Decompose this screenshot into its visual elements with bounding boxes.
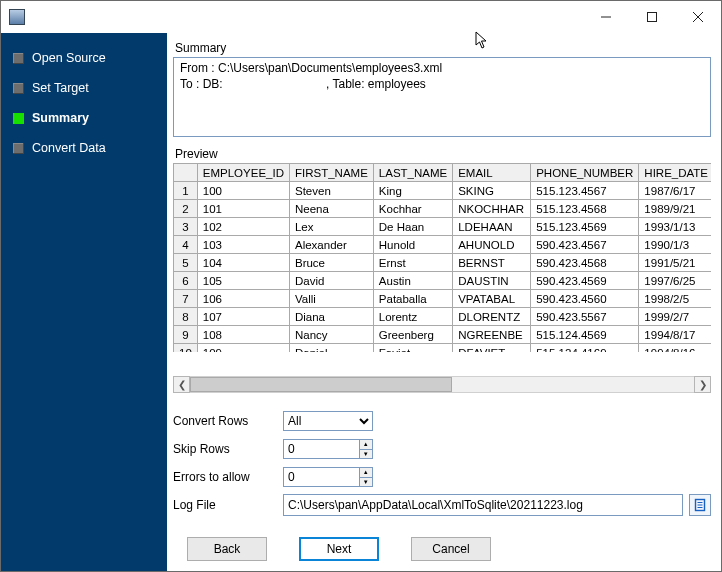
- table-cell[interactable]: 590.423.4568: [531, 254, 639, 272]
- row-number-cell[interactable]: 2: [174, 200, 198, 218]
- table-cell[interactable]: 108: [197, 326, 289, 344]
- table-cell[interactable]: 1997/6/25: [639, 272, 711, 290]
- table-cell[interactable]: Pataballa: [373, 290, 452, 308]
- table-cell[interactable]: 1994/8/16: [639, 344, 711, 353]
- table-cell[interactable]: King: [373, 182, 452, 200]
- table-cell[interactable]: LDEHAAN: [453, 218, 531, 236]
- table-cell[interactable]: Austin: [373, 272, 452, 290]
- row-number-cell[interactable]: 3: [174, 218, 198, 236]
- table-cell[interactable]: 1989/9/21: [639, 200, 711, 218]
- table-cell[interactable]: 101: [197, 200, 289, 218]
- row-number-cell[interactable]: 5: [174, 254, 198, 272]
- table-cell[interactable]: Steven: [289, 182, 373, 200]
- column-header[interactable]: EMPLOYEE_ID: [197, 164, 289, 182]
- table-cell[interactable]: 105: [197, 272, 289, 290]
- row-number-cell[interactable]: 9: [174, 326, 198, 344]
- table-cell[interactable]: Diana: [289, 308, 373, 326]
- row-number-cell[interactable]: 1: [174, 182, 198, 200]
- spin-down-icon[interactable]: ▼: [360, 478, 372, 487]
- table-cell[interactable]: VPATABAL: [453, 290, 531, 308]
- table-row[interactable]: 2101NeenaKochharNKOCHHAR515.123.45681989…: [174, 200, 712, 218]
- column-header[interactable]: LAST_NAME: [373, 164, 452, 182]
- table-cell[interactable]: 1991/5/21: [639, 254, 711, 272]
- table-cell[interactable]: 515.123.4569: [531, 218, 639, 236]
- table-cell[interactable]: 590.423.4567: [531, 236, 639, 254]
- table-cell[interactable]: 1987/6/17: [639, 182, 711, 200]
- next-button[interactable]: Next: [299, 537, 379, 561]
- table-cell[interactable]: Valli: [289, 290, 373, 308]
- table-cell[interactable]: SKING: [453, 182, 531, 200]
- row-number-cell[interactable]: 4: [174, 236, 198, 254]
- horizontal-scrollbar[interactable]: ❮ ❯: [173, 376, 711, 393]
- table-cell[interactable]: 102: [197, 218, 289, 236]
- table-cell[interactable]: Ernst: [373, 254, 452, 272]
- table-cell[interactable]: DLORENTZ: [453, 308, 531, 326]
- column-header[interactable]: PHONE_NUMBER: [531, 164, 639, 182]
- scroll-left-icon[interactable]: ❮: [173, 376, 190, 393]
- row-number-cell[interactable]: 10: [174, 344, 198, 353]
- table-cell[interactable]: 106: [197, 290, 289, 308]
- table-row[interactable]: 4103AlexanderHunoldAHUNOLD590.423.456719…: [174, 236, 712, 254]
- table-row[interactable]: 1100StevenKingSKING515.123.45671987/6/17…: [174, 182, 712, 200]
- scroll-track[interactable]: [190, 376, 694, 393]
- convert-rows-select[interactable]: All: [283, 411, 373, 431]
- column-header[interactable]: EMAIL: [453, 164, 531, 182]
- maximize-button[interactable]: [629, 2, 675, 32]
- skip-rows-stepper[interactable]: ▲▼: [283, 439, 373, 459]
- table-cell[interactable]: Faviet: [373, 344, 452, 353]
- table-cell[interactable]: BERNST: [453, 254, 531, 272]
- table-cell[interactable]: NKOCHHAR: [453, 200, 531, 218]
- table-cell[interactable]: 515.123.4567: [531, 182, 639, 200]
- table-cell[interactable]: DFAVIET: [453, 344, 531, 353]
- close-button[interactable]: [675, 2, 721, 32]
- column-header[interactable]: HIRE_DATE: [639, 164, 711, 182]
- table-row[interactable]: 7106ValliPataballaVPATABAL590.423.456019…: [174, 290, 712, 308]
- table-cell[interactable]: Daniel: [289, 344, 373, 353]
- table-cell[interactable]: Neena: [289, 200, 373, 218]
- row-number-cell[interactable]: 8: [174, 308, 198, 326]
- table-cell[interactable]: 1993/1/13: [639, 218, 711, 236]
- sidebar-item-convert-data[interactable]: Convert Data: [1, 133, 167, 163]
- table-cell[interactable]: 109: [197, 344, 289, 353]
- row-number-cell[interactable]: 7: [174, 290, 198, 308]
- summary-textbox[interactable]: From : C:\Users\pan\Documents\employees3…: [173, 57, 711, 137]
- skip-rows-input[interactable]: [284, 440, 359, 458]
- table-cell[interactable]: Hunold: [373, 236, 452, 254]
- table-cell[interactable]: Nancy: [289, 326, 373, 344]
- sidebar-item-summary[interactable]: Summary: [1, 103, 167, 133]
- table-cell[interactable]: Lorentz: [373, 308, 452, 326]
- table-cell[interactable]: Alexander: [289, 236, 373, 254]
- scroll-thumb[interactable]: [190, 377, 452, 392]
- sidebar-item-set-target[interactable]: Set Target: [1, 73, 167, 103]
- log-file-input[interactable]: [283, 494, 683, 516]
- scroll-right-icon[interactable]: ❯: [694, 376, 711, 393]
- table-cell[interactable]: DAUSTIN: [453, 272, 531, 290]
- table-cell[interactable]: 1999/2/7: [639, 308, 711, 326]
- table-cell[interactable]: 103: [197, 236, 289, 254]
- table-cell[interactable]: 1990/1/3: [639, 236, 711, 254]
- table-cell[interactable]: 590.423.5567: [531, 308, 639, 326]
- row-number-header[interactable]: [174, 164, 198, 182]
- table-row[interactable]: 9108NancyGreenbergNGREENBE515.124.456919…: [174, 326, 712, 344]
- table-cell[interactable]: 1998/2/5: [639, 290, 711, 308]
- table-cell[interactable]: 515.124.4569: [531, 326, 639, 344]
- row-number-cell[interactable]: 6: [174, 272, 198, 290]
- table-cell[interactable]: 1994/8/17: [639, 326, 711, 344]
- table-cell[interactable]: David: [289, 272, 373, 290]
- table-cell[interactable]: 104: [197, 254, 289, 272]
- table-cell[interactable]: 590.423.4569: [531, 272, 639, 290]
- log-file-browse-button[interactable]: [689, 494, 711, 516]
- spin-up-icon[interactable]: ▲: [360, 468, 372, 478]
- errors-allow-stepper[interactable]: ▲▼: [283, 467, 373, 487]
- cancel-button[interactable]: Cancel: [411, 537, 491, 561]
- table-cell[interactable]: 107: [197, 308, 289, 326]
- table-cell[interactable]: 515.124.4169: [531, 344, 639, 353]
- table-row[interactable]: 5104BruceErnstBERNST590.423.45681991/5/2…: [174, 254, 712, 272]
- spin-down-icon[interactable]: ▼: [360, 450, 372, 459]
- spin-up-icon[interactable]: ▲: [360, 440, 372, 450]
- table-cell[interactable]: Lex: [289, 218, 373, 236]
- column-header[interactable]: FIRST_NAME: [289, 164, 373, 182]
- table-row[interactable]: 6105DavidAustinDAUSTIN590.423.45691997/6…: [174, 272, 712, 290]
- table-cell[interactable]: Bruce: [289, 254, 373, 272]
- back-button[interactable]: Back: [187, 537, 267, 561]
